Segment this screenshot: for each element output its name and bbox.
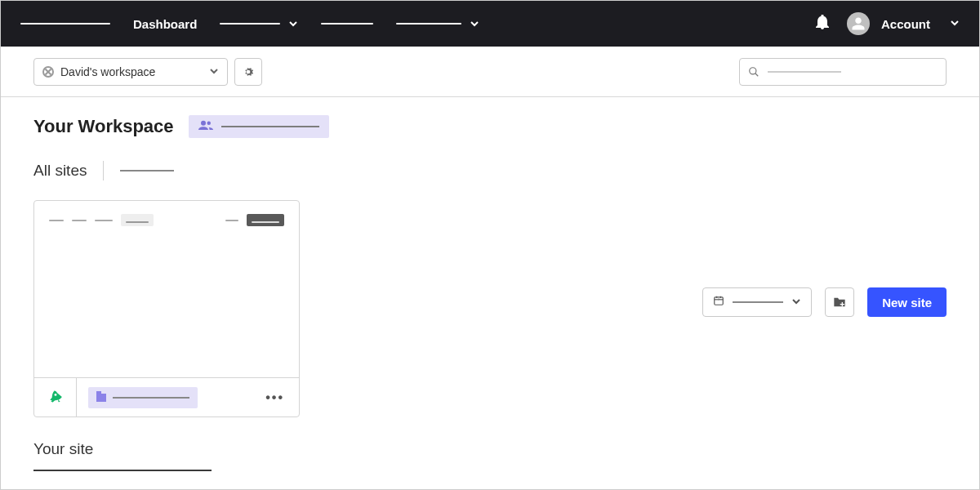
your-site-underline [33, 470, 212, 471]
action-bar: New site [702, 115, 947, 471]
account-label[interactable]: Account [881, 17, 930, 31]
svg-point-2 [201, 121, 206, 126]
filter-placeholder[interactable] [120, 170, 174, 172]
divider [103, 161, 104, 180]
chevron-down-icon [209, 65, 219, 79]
close-circle-icon [42, 66, 54, 78]
nav-item-4[interactable] [396, 1, 479, 47]
main-content: Your Workspace All sites [1, 97, 979, 471]
site-status-icon-cell[interactable] [34, 378, 77, 417]
site-card-footer: ••• [34, 377, 299, 416]
people-icon [198, 119, 213, 134]
nav-placeholder [321, 23, 373, 24]
nav-label: Dashboard [133, 17, 197, 31]
chevron-down-icon[interactable] [950, 16, 960, 31]
search-icon [748, 66, 760, 78]
rocket-icon [48, 390, 63, 406]
site-more-button[interactable]: ••• [265, 390, 284, 405]
site-chip [121, 214, 154, 226]
svg-rect-10 [842, 302, 843, 306]
notifications-icon[interactable] [816, 15, 829, 33]
your-site-title: Your site [33, 440, 702, 458]
workspace-header: Your Workspace [33, 115, 702, 138]
nav-item-2[interactable] [220, 1, 298, 47]
members-pill[interactable] [189, 115, 329, 138]
all-sites-title: All sites [33, 162, 87, 180]
workspace-title: Your Workspace [33, 116, 174, 137]
nav-item-3[interactable] [321, 1, 373, 47]
avatar[interactable] [847, 12, 870, 35]
svg-point-3 [207, 122, 211, 126]
nav-placeholder [220, 23, 280, 24]
date-filter-button[interactable] [702, 287, 812, 317]
new-folder-button[interactable] [825, 287, 854, 317]
site-name-pill[interactable] [88, 387, 198, 408]
placeholder [72, 220, 87, 221]
svg-point-0 [750, 67, 756, 74]
new-site-button[interactable]: New site [867, 287, 947, 317]
nav-item-dashboard[interactable]: Dashboard [133, 1, 197, 47]
placeholder [95, 220, 113, 221]
site-chip-dark [247, 214, 284, 226]
nav-item-logo[interactable] [20, 1, 110, 47]
folder-plus-icon [833, 296, 846, 308]
search-box[interactable] [739, 58, 947, 86]
search-placeholder [768, 71, 841, 73]
workspace-settings-button[interactable] [234, 58, 262, 86]
date-value [733, 301, 783, 303]
folder-icon [96, 394, 106, 402]
svg-line-1 [755, 73, 759, 76]
svg-point-4 [54, 394, 56, 396]
calendar-icon [713, 295, 724, 310]
chevron-down-icon [470, 17, 479, 31]
site-chip-row [49, 214, 284, 226]
nav-placeholder [20, 23, 110, 24]
workspace-name: David's workspace [60, 65, 209, 78]
chevron-down-icon [288, 17, 298, 31]
site-preview [34, 201, 299, 377]
site-card[interactable]: ••• [33, 200, 300, 417]
sub-bar: David's workspace [1, 47, 979, 97]
all-sites-header: All sites [33, 161, 702, 180]
nav-placeholder [396, 23, 461, 24]
placeholder [49, 220, 64, 221]
chevron-down-icon [791, 295, 801, 310]
site-name [113, 397, 189, 399]
top-nav: Dashboard Account [1, 1, 979, 47]
your-site-section: Your site [33, 440, 702, 471]
placeholder [225, 220, 238, 221]
members-text [221, 126, 319, 127]
workspace-selector[interactable]: David's workspace [33, 58, 228, 86]
